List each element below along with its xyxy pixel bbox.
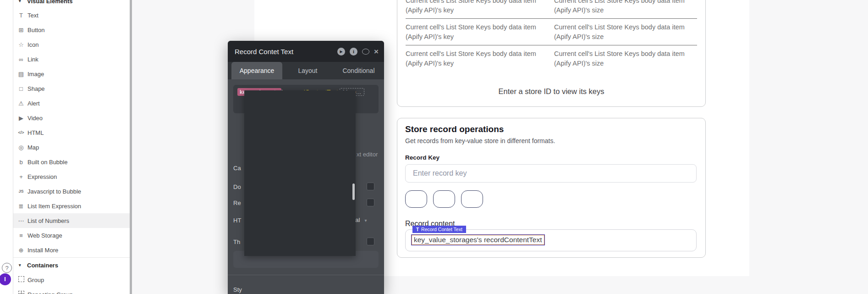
sidebar-item[interactable]: ⊕ Install More [13, 243, 130, 257]
star-icon: ☆ [17, 41, 25, 48]
dropdown-option[interactable] [244, 209, 356, 222]
visual-elements-label: Visual Elements [27, 0, 72, 5]
shape-icon: □ [17, 85, 25, 92]
button-icon: ⊞ [17, 27, 25, 33]
tab-appearance[interactable]: Appearance [231, 62, 282, 79]
visual-elements-header[interactable]: ▾ Visual Elements [13, 0, 130, 5]
workspace-background-right [749, 0, 868, 294]
ellipsis-icon: ⋯ [17, 217, 25, 224]
section-subtitle: Get records from key-value store in diff… [405, 137, 555, 144]
panel-title: Record Contet Text [235, 48, 337, 55]
sidebar-item[interactable]: ≡ Web Storage [13, 228, 130, 243]
checkbox[interactable] [367, 238, 374, 245]
sidebar-item[interactable]: ⊞ Button [13, 22, 130, 37]
sidebar-scrollbar[interactable] [130, 0, 132, 294]
field-label-fragment: Ca [233, 165, 241, 172]
record-key-input[interactable] [405, 164, 697, 183]
sidebar-item[interactable]: + Expression [13, 169, 130, 184]
sidebar-item[interactable]: ⋯ List of Numbers [13, 213, 130, 228]
sidebar-item[interactable]: </> HTML [13, 125, 130, 140]
bubble-icon: b [17, 159, 25, 166]
dropdown-option[interactable] [244, 144, 356, 157]
sidebar-containers-list: Group Repeating Group [13, 272, 130, 294]
tab-layout[interactable]: Layout [282, 62, 333, 79]
dropdown-option[interactable] [244, 119, 356, 132]
sidebar-item[interactable]: □ Shape [13, 81, 130, 96]
plus-icon: + [17, 173, 25, 180]
sidebar-item[interactable]: ◎ Map [13, 140, 130, 155]
web-storage-icon: ≡ [17, 232, 25, 239]
dropdown-option[interactable] [244, 106, 356, 119]
sidebar-item[interactable]: ☆ Icon [13, 37, 130, 52]
section-title: Store record operations [405, 124, 504, 134]
sidebar-item[interactable]: JS Javascript to Bubble [13, 184, 130, 199]
sidebar-item[interactable]: b Built on Bubble [13, 155, 130, 169]
sidebar-item[interactable]: ▤ Image [13, 67, 130, 81]
chevron-down-icon: ▾ [19, 0, 23, 3]
field-label-fragment: Do [233, 183, 241, 190]
sidebar-item[interactable]: ⚠ Alert [13, 96, 130, 111]
link-icon: ∞ [17, 56, 25, 63]
dropdown-option[interactable] [244, 93, 356, 106]
tab-conditional[interactable]: Conditional [333, 62, 384, 79]
size-cell: Current cell's List Store Keys body data… [554, 0, 697, 19]
style-label-fragment: Sty [233, 286, 242, 293]
bubble-editor-window: ? I ▾ Visual Elements T Text ⊞ Button ☆ … [0, 0, 868, 294]
sidebar-item[interactable]: Group [13, 272, 130, 287]
dropdown-option[interactable] [244, 157, 356, 170]
record-action-button[interactable] [461, 190, 483, 208]
size-cell: Current cell's List Store Keys body data… [554, 49, 697, 72]
rich-text-editor-link-fragment[interactable]: xt editor [357, 151, 378, 158]
group-icon [17, 276, 25, 283]
sidebar-item[interactable]: T Text [13, 8, 130, 22]
video-icon: ▶ [17, 115, 25, 122]
select-fragment[interactable]: al▾ [355, 216, 367, 223]
dropdown-option[interactable] [244, 183, 356, 196]
help-icon[interactable]: ? [2, 263, 12, 273]
list-item-icon: ≣ [17, 203, 25, 210]
table-row: Current cell's List Store Keys body data… [397, 0, 705, 19]
selected-text-element[interactable]: key_value_storages's recordContentText [411, 234, 545, 245]
avatar[interactable]: I [0, 273, 11, 285]
play-icon[interactable]: ▶ [337, 48, 345, 55]
dropdown-option[interactable] [244, 170, 356, 183]
table-row: Current cell's List Store Keys body data… [397, 45, 705, 72]
sidebar-item[interactable]: ≣ List Item Expression [13, 199, 130, 213]
close-icon[interactable]: × [374, 48, 379, 55]
dropdown-scrollbar[interactable] [352, 183, 355, 200]
record-action-button[interactable] [405, 190, 427, 208]
alert-icon: ⚠ [17, 100, 25, 107]
dropdown-option[interactable] [244, 234, 356, 247]
panel-header-icons: ▶ i × [337, 48, 379, 55]
store-keys-rows: Current cell's List Store Keys body data… [397, 0, 705, 72]
checkbox[interactable] [367, 183, 374, 190]
sidebar-item[interactable]: ▶ Video [13, 111, 130, 125]
dropdown-option[interactable] [244, 196, 356, 209]
chevron-down-icon: ▾ [365, 218, 367, 223]
dropdown-option[interactable] [244, 132, 356, 144]
table-row: Current cell's List Store Keys body data… [397, 19, 705, 45]
store-keys-table: Current cell's List Store Keys body data… [397, 0, 706, 107]
dropdown-option[interactable] [244, 247, 356, 256]
key-cell: Current cell's List Store Keys body data… [406, 49, 554, 72]
selected-element-badge[interactable]: T Record Contet Text [412, 226, 466, 233]
key-cell: Current cell's List Store Keys body data… [406, 22, 554, 45]
checkbox[interactable] [367, 199, 374, 206]
containers-header[interactable]: ▾ Containers [13, 258, 130, 272]
text-icon: T [17, 12, 25, 19]
sidebar-item[interactable]: ∞ Link [13, 52, 130, 67]
table-empty-state: Enter a store ID to view its keys [397, 72, 705, 106]
map-pin-icon: ◎ [17, 144, 25, 151]
sidebar-item[interactable]: Repeating Group [13, 287, 130, 294]
selected-expression-text: key_value_storages's recordContentText [412, 235, 544, 245]
field-label-fragment: Th [233, 239, 240, 245]
dropdown-option[interactable] [244, 222, 356, 234]
size-cell: Current cell's List Store Keys body data… [554, 22, 697, 45]
panel-header[interactable]: Record Contet Text ▶ i × [228, 41, 384, 62]
store-record-operations-card: Store record operations Get records from… [397, 118, 706, 258]
comment-icon[interactable] [362, 49, 369, 55]
info-icon[interactable]: i [350, 48, 357, 55]
sidebar-elements-list: T Text ⊞ Button ☆ Icon ∞ Link ▤ Image □ … [13, 5, 130, 257]
record-action-button[interactable] [433, 190, 455, 208]
record-key-label: Record Key [405, 154, 439, 161]
